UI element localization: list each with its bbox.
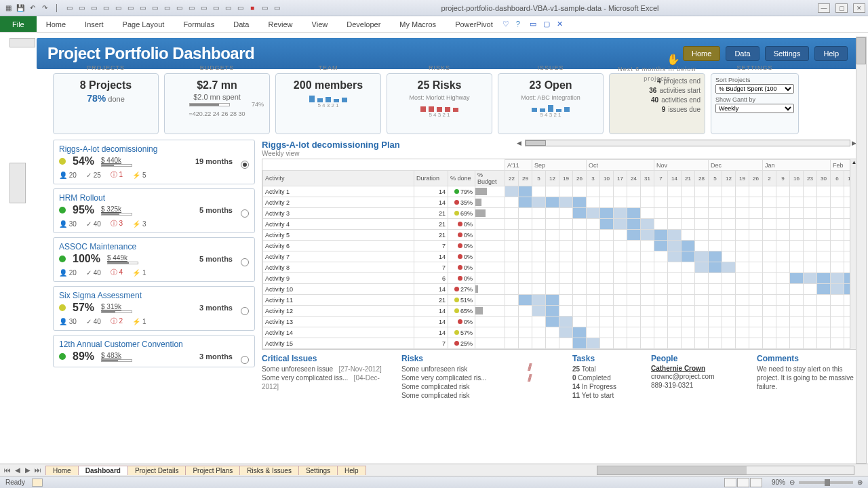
header-btn-data[interactable]: Data bbox=[726, 46, 759, 61]
ribbon-tab[interactable]: Insert bbox=[75, 16, 113, 32]
status-bar: Ready 90% ⊖ ⊕ bbox=[0, 476, 868, 488]
qat-btn[interactable]: ▭ bbox=[113, 3, 123, 14]
project-pct: 100% bbox=[73, 253, 100, 265]
sheet-tab[interactable]: Help bbox=[337, 466, 366, 475]
qat-btn[interactable]: ▭ bbox=[137, 3, 148, 14]
project-select-radio[interactable] bbox=[241, 161, 249, 169]
ribbon-tab[interactable]: PowerPivot bbox=[446, 16, 502, 32]
sort-projects-select[interactable]: % Budget Spent (100 bbox=[715, 84, 794, 94]
minimize-icon[interactable]: — bbox=[818, 3, 830, 13]
gantt-row: Activity 101427% bbox=[263, 284, 858, 295]
sheet-tab[interactable]: Settings bbox=[298, 466, 338, 475]
dashboard-title: Project Portfolio Dashboard bbox=[47, 44, 254, 63]
project-select-radio[interactable] bbox=[241, 209, 249, 218]
qat-btn[interactable]: ▭ bbox=[198, 3, 209, 14]
save-icon[interactable]: 💾 bbox=[15, 3, 26, 14]
heart-icon[interactable]: ♡ bbox=[502, 20, 512, 29]
qat-btn[interactable]: ▭ bbox=[125, 3, 136, 14]
project-card[interactable]: ASSOC Maintenance100%$ 449k5 months👤 20✓… bbox=[53, 237, 255, 282]
maximize-icon[interactable]: ▢ bbox=[835, 3, 848, 13]
restore-icon[interactable]: ▢ bbox=[543, 20, 553, 29]
header-btn-settings[interactable]: Settings bbox=[765, 46, 810, 61]
ribbon-tab[interactable]: Formulas bbox=[174, 16, 224, 32]
sheet-tab[interactable]: Home bbox=[45, 466, 79, 475]
sheet-tab[interactable]: Risks & Issues bbox=[239, 466, 299, 475]
project-select-radio[interactable] bbox=[241, 258, 249, 266]
help-icon[interactable]: ? bbox=[516, 20, 526, 29]
kpi-issues[interactable]: ISSUES 23 Open Most: ABC Integration 5 4… bbox=[498, 73, 604, 134]
tasks-col: Tasks 25 Total0 Completed14 In Progress1… bbox=[572, 354, 640, 400]
gantt-row: Activity 670% bbox=[263, 241, 858, 251]
worksheet-vscroll[interactable] bbox=[856, 37, 867, 464]
scroll-left-icon[interactable]: ◀ bbox=[517, 140, 524, 146]
tasks-icon: ✓ 40 bbox=[86, 268, 101, 277]
close-icon[interactable]: ✕ bbox=[853, 3, 865, 13]
sheet-tab[interactable]: Dashboard bbox=[78, 466, 128, 475]
zoom-out-icon[interactable]: ⊖ bbox=[789, 479, 795, 486]
kpi-risks[interactable]: RISKS 25 Risks Most: Morlott Highway 5 4… bbox=[387, 73, 492, 134]
redo-icon[interactable]: ↷ bbox=[39, 3, 50, 14]
qat-btn[interactable]: ▭ bbox=[88, 3, 99, 14]
qat-btn[interactable]: ▭ bbox=[100, 3, 111, 14]
gantt-by-select[interactable]: Weekly bbox=[715, 104, 794, 113]
gantt-row: Activity 11479% bbox=[263, 186, 858, 197]
project-select-radio[interactable] bbox=[241, 356, 249, 364]
close-workbook-icon[interactable]: ✕ bbox=[557, 20, 566, 29]
project-card[interactable]: HRM Rollout95%$ 325k5 months👤 30✓ 40ⓘ 3⚡… bbox=[53, 188, 255, 233]
macro-record-icon[interactable] bbox=[32, 479, 43, 487]
sheet-tab[interactable]: Project Plans bbox=[185, 466, 240, 475]
qat-btn[interactable]: ▭ bbox=[76, 3, 87, 14]
column-header-gutter[interactable] bbox=[9, 38, 35, 47]
zoom-level[interactable]: 90% bbox=[772, 479, 785, 486]
page-break-icon[interactable] bbox=[750, 478, 762, 487]
zoom-in-icon[interactable]: ⊕ bbox=[857, 479, 863, 486]
ribbon-tab[interactable]: Developer bbox=[337, 16, 390, 32]
project-card[interactable]: 12th Annual Customer Convention89%$ 483k… bbox=[53, 335, 255, 367]
kpi-projects[interactable]: PROJECTS 8 Projects 78% done bbox=[53, 73, 159, 134]
project-card[interactable]: Six Sigma Assessment57%$ 319k3 months👤 3… bbox=[53, 286, 255, 331]
flag-icon: ⚡ 3 bbox=[132, 219, 146, 228]
undo-icon[interactable]: ↶ bbox=[27, 3, 38, 14]
kpi-budgets[interactable]: BUDGETS $2.7 mn $2.0 mn spent 74% =420.2… bbox=[164, 73, 270, 134]
window-controls: — ▢ ✕ bbox=[818, 3, 865, 13]
project-select-radio[interactable] bbox=[241, 307, 249, 315]
project-pct: 95% bbox=[73, 204, 94, 216]
header-btn-home[interactable]: Home bbox=[683, 46, 720, 61]
page-layout-icon[interactable] bbox=[737, 478, 749, 487]
ribbon-tab[interactable]: Review bbox=[258, 16, 302, 32]
file-tab[interactable]: File bbox=[0, 16, 37, 32]
row-header-gutter[interactable] bbox=[9, 163, 26, 203]
zoom-slider[interactable] bbox=[799, 481, 853, 484]
project-card[interactable]: Riggs-A-lot decomissioning54%$ 440k19 mo… bbox=[53, 140, 255, 184]
ribbon-tab[interactable]: Home bbox=[37, 16, 75, 32]
qat-btn[interactable]: ▭ bbox=[271, 3, 282, 14]
last-sheet-icon[interactable]: ⏭ bbox=[33, 466, 43, 474]
timeline-scroll[interactable]: ◀ ▶ bbox=[517, 140, 859, 146]
ribbon-tab[interactable]: Page Layout bbox=[113, 16, 174, 32]
ribbon-tab[interactable]: My Macros bbox=[390, 16, 446, 32]
prev-sheet-icon[interactable]: ◀ bbox=[13, 466, 22, 474]
qat-btn[interactable]: ▭ bbox=[149, 3, 160, 14]
qat-btn[interactable]: ▭ bbox=[222, 3, 233, 14]
qat-btn[interactable]: ■ bbox=[247, 3, 258, 14]
min-ribbon-icon[interactable]: ▭ bbox=[530, 20, 539, 29]
budget-progress bbox=[189, 103, 230, 106]
project-list: Riggs-A-lot decomissioning54%$ 440k19 mo… bbox=[53, 140, 255, 400]
ribbon-tab[interactable]: View bbox=[302, 16, 338, 32]
first-sheet-icon[interactable]: ⏮ bbox=[3, 466, 12, 474]
qat-btn[interactable]: ▭ bbox=[64, 3, 75, 14]
next-sheet-icon[interactable]: ▶ bbox=[23, 466, 33, 474]
header-btn-help[interactable]: Help bbox=[814, 46, 848, 61]
qat-btn[interactable]: ▭ bbox=[210, 3, 221, 14]
qat-btn[interactable]: ▭ bbox=[186, 3, 197, 14]
worksheet-hscroll[interactable] bbox=[597, 466, 854, 475]
normal-view-icon[interactable] bbox=[724, 478, 736, 487]
qat-btn[interactable]: ▭ bbox=[235, 3, 245, 14]
sheet-tab[interactable]: Project Details bbox=[127, 466, 186, 475]
ribbon-tab[interactable]: Data bbox=[224, 16, 258, 32]
kpi-team[interactable]: TEAM 200 members 5 4 3 2 1 bbox=[275, 73, 381, 134]
sheet-tab-bar: ⏮ ◀ ▶ ⏭ HomeDashboardProject DetailsProj… bbox=[0, 464, 868, 476]
qat-btn[interactable]: ▭ bbox=[259, 3, 270, 14]
qat-btn[interactable]: ▭ bbox=[174, 3, 184, 14]
qat-btn[interactable]: ▭ bbox=[161, 3, 172, 14]
